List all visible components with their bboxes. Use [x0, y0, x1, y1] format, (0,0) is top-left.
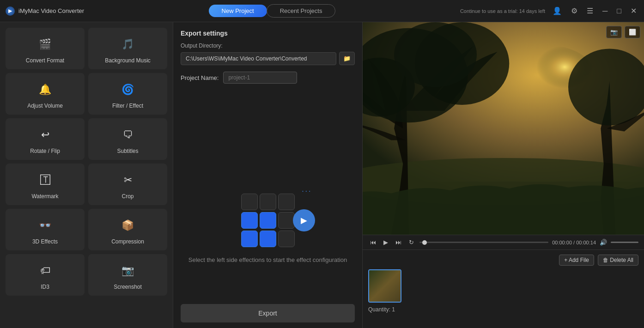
effect-dashes: ··· — [302, 187, 312, 195]
project-name-label: Project Name: — [181, 74, 219, 81]
trial-text: Continue to use as a trial: 14 days left — [460, 8, 545, 14]
effect-cell-7 — [260, 231, 276, 247]
quantity-text: Quantity: 1 — [368, 306, 638, 313]
background-music-icon: 🎵 — [119, 35, 137, 54]
crop-overlay-button[interactable]: ⬜ — [625, 26, 640, 38]
filter-effect-icon: 🌀 — [119, 80, 137, 99]
effect-cell-2 — [278, 194, 295, 210]
sidebar: 🎬 Convert Format 🎵 Background Music 🔔 Ad… — [0, 22, 173, 328]
maximize-button[interactable]: □ — [615, 6, 623, 16]
export-settings-title: Export settings — [181, 30, 355, 37]
export-button[interactable]: Export — [181, 304, 355, 322]
sidebar-item-id3[interactable]: 🏷 ID3 — [6, 254, 85, 296]
sidebar-item-filter-effect[interactable]: 🌀 Filter / Effect — [88, 73, 167, 115]
effect-icon-group: ··· ▶ — [231, 193, 305, 248]
loop-button[interactable]: ↻ — [407, 238, 416, 247]
video-background — [363, 22, 644, 235]
adjust-volume-label: Adjust Volume — [27, 103, 63, 109]
compression-icon: 📦 — [119, 216, 137, 235]
convert-format-icon: 🎬 — [36, 35, 55, 54]
sidebar-item-background-music[interactable]: 🎵 Background Music — [88, 28, 167, 69]
progress-bar[interactable] — [419, 242, 548, 243]
effect-cell-6 — [241, 231, 258, 247]
filter-effect-label: Filter / Effect — [112, 103, 143, 109]
add-file-button[interactable]: + Add File — [559, 255, 594, 266]
id3-label: ID3 — [41, 284, 49, 290]
file-list-header: + Add File 🗑 Delete All — [368, 255, 638, 266]
tab-new-project[interactable]: New Project — [209, 5, 267, 17]
file-thumbnails — [368, 269, 638, 303]
video-preview: 📷 ⬜ — [363, 22, 644, 235]
project-name-input[interactable] — [223, 72, 297, 84]
sidebar-item-watermark[interactable]: 🅃 Watermark — [6, 164, 85, 205]
3d-effects-label: 3D Effects — [32, 238, 58, 245]
file-thumbnail[interactable] — [368, 269, 401, 303]
rotate-flip-label: Rotate / Flip — [30, 148, 60, 154]
video-overlay-buttons: 📷 ⬜ — [606, 26, 640, 38]
settings-icon[interactable]: ⚙ — [569, 6, 579, 16]
title-bar-left: ▶ iMyMac Video Converter — [6, 6, 84, 16]
close-button[interactable]: ✕ — [629, 6, 638, 16]
effect-cell-8 — [278, 231, 295, 247]
background-music-label: Background Music — [105, 57, 151, 64]
play-button[interactable]: ▶ — [382, 238, 390, 247]
watermark-icon: 🅃 — [36, 171, 55, 189]
screenshot-overlay-button[interactable]: 📷 — [606, 26, 622, 38]
tab-recent-projects[interactable]: Recent Projects — [267, 4, 336, 18]
minimize-button[interactable]: ─ — [601, 6, 609, 16]
export-btn-wrap: Export — [173, 298, 362, 328]
progress-dot[interactable] — [422, 240, 427, 245]
menu-icon[interactable]: ☰ — [585, 6, 595, 16]
skip-back-button[interactable]: ⏮ — [368, 238, 378, 247]
rotate-flip-icon: ↩ — [36, 126, 55, 144]
crop-icon: ✂ — [119, 171, 137, 189]
export-settings: Export settings Output Directory: 📁 Proj… — [173, 22, 362, 158]
compression-label: Compression — [111, 238, 144, 245]
sidebar-item-rotate-flip[interactable]: ↩ Rotate / Flip — [6, 118, 85, 160]
sidebar-item-compression[interactable]: 📦 Compression — [88, 209, 167, 250]
main-content: 🎬 Convert Format 🎵 Background Music 🔔 Ad… — [0, 22, 644, 328]
account-icon[interactable]: 👤 — [551, 6, 564, 16]
output-dir-row: 📁 — [181, 52, 355, 65]
sidebar-grid: 🎬 Convert Format 🎵 Background Music 🔔 Ad… — [6, 28, 167, 296]
delete-all-button[interactable]: 🗑 Delete All — [598, 255, 638, 266]
subtitles-icon: 🗨 — [119, 126, 137, 144]
time-display: 00:00:00 / 00:00:14 — [552, 240, 596, 245]
sidebar-item-adjust-volume[interactable]: 🔔 Adjust Volume — [6, 73, 85, 115]
effect-cell-5 — [278, 212, 295, 229]
effect-hint: Select the left side effections to start… — [188, 255, 347, 265]
title-bar-right: Continue to use as a trial: 14 days left… — [460, 6, 638, 16]
convert-format-label: Convert Format — [26, 57, 64, 64]
output-dir-input[interactable] — [181, 52, 336, 65]
browse-button[interactable]: 📁 — [339, 52, 355, 65]
tab-group: New Project Recent Projects — [209, 4, 336, 18]
player-controls: ⏮ ▶ ⏭ ↻ 00:00:00 / 00:00:14 🔊 — [363, 235, 644, 249]
subtitles-label: Subtitles — [117, 148, 138, 154]
effect-grid — [241, 194, 295, 247]
volume-bar[interactable] — [611, 242, 638, 243]
file-list-panel: + Add File 🗑 Delete All Quantity: 1 — [363, 249, 644, 328]
id3-icon: 🏷 — [36, 261, 55, 280]
skip-forward-button[interactable]: ⏭ — [394, 238, 403, 247]
effect-area: ··· ▶ Select the left side effections to… — [173, 158, 362, 298]
sidebar-item-subtitles[interactable]: 🗨 Subtitles — [88, 118, 167, 160]
play-overlay: ▶ — [293, 209, 315, 231]
crop-label: Crop — [122, 193, 134, 200]
sidebar-item-crop[interactable]: ✂ Crop — [88, 164, 167, 205]
effect-cell-4 — [260, 212, 276, 229]
screenshot-icon: 📷 — [119, 261, 137, 280]
right-panel: 📷 ⬜ ⏮ ▶ ⏭ ↻ 00:00:00 / 00:00:14 🔊 + Add … — [363, 22, 644, 328]
output-dir-label: Output Directory: — [181, 43, 355, 49]
watermark-label: Watermark — [31, 193, 58, 200]
3d-effects-icon: 👓 — [36, 216, 55, 235]
sidebar-item-3d-effects[interactable]: 👓 3D Effects — [6, 209, 85, 250]
app-title: iMyMac Video Converter — [18, 7, 84, 14]
tree-silhouette — [363, 22, 644, 235]
title-bar: ▶ iMyMac Video Converter New Project Rec… — [0, 0, 644, 22]
sidebar-item-convert-format[interactable]: 🎬 Convert Format — [6, 28, 85, 69]
screenshot-label: Screenshot — [114, 284, 142, 290]
sidebar-item-screenshot[interactable]: 📷 Screenshot — [88, 254, 167, 296]
effect-cell-0 — [241, 194, 258, 210]
adjust-volume-icon: 🔔 — [36, 80, 55, 99]
volume-icon: 🔊 — [600, 239, 607, 246]
